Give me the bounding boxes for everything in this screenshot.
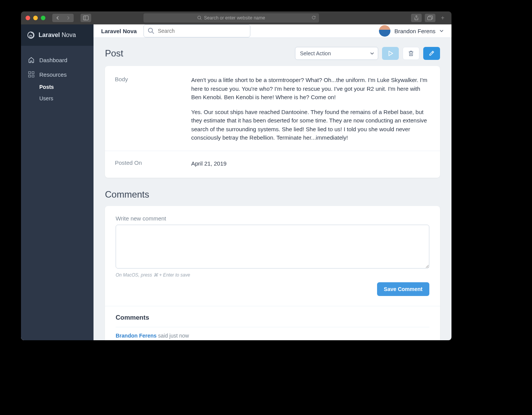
main: Laravel Nova Brandon Ferens Post: [94, 24, 451, 340]
comment-form-label: Write new comment: [116, 215, 429, 222]
body-paragraph: Aren't you a little short to be a stormt…: [191, 76, 430, 102]
comment-author[interactable]: Brandon Ferens: [116, 333, 156, 339]
sidebar-header[interactable]: Laravel Nova: [21, 24, 94, 46]
nav-buttons: [52, 14, 74, 22]
svg-point-2: [198, 16, 201, 19]
post-detail-card: Body Aren't you a little short to be a s…: [105, 66, 440, 178]
run-action-button[interactable]: [382, 47, 399, 60]
search-icon: [148, 27, 155, 34]
svg-point-10: [148, 28, 153, 32]
sidebar-sub-item-posts[interactable]: Posts: [39, 82, 94, 92]
comments-list-heading: Comments: [116, 314, 429, 322]
grid-icon: [28, 71, 35, 78]
chevron-right-icon: [66, 16, 70, 20]
detail-value-posted-on: April 21, 2019: [191, 159, 430, 168]
browser-chrome: Search or enter website name +: [21, 11, 451, 24]
comment-textarea[interactable]: [116, 225, 429, 269]
share-icon: [414, 15, 419, 21]
close-window-button[interactable]: [26, 16, 30, 20]
play-icon: [387, 50, 393, 56]
divider: [116, 327, 429, 327]
avatar: [379, 25, 390, 37]
body-paragraph: Yes. Our scout ships have reached Dantoo…: [191, 108, 430, 142]
user-menu[interactable]: Brandon Ferens: [379, 25, 444, 37]
svg-line-3: [200, 19, 202, 20]
comments-card: Write new comment On MacOS, press ⌘ + En…: [105, 206, 440, 340]
svg-rect-4: [427, 17, 431, 20]
detail-label: Posted On: [115, 159, 191, 168]
topbar: Laravel Nova Brandon Ferens: [94, 24, 451, 38]
edit-button[interactable]: [423, 47, 440, 60]
search-input[interactable]: [158, 28, 246, 34]
tabs-button[interactable]: [425, 14, 435, 22]
sidebar: Laravel Nova Dashboard Resources Posts U…: [21, 24, 94, 340]
svg-rect-7: [32, 72, 34, 74]
sidebar-sub-item-users[interactable]: Users: [39, 93, 94, 104]
trash-icon: [408, 50, 414, 56]
sidebar-item-label: Resources: [39, 71, 67, 78]
url-bar[interactable]: Search or enter website name: [143, 13, 319, 23]
select-action-wrap: Select Action: [295, 47, 378, 60]
share-button[interactable]: [411, 14, 422, 22]
home-icon: [28, 56, 35, 63]
window-controls: [26, 16, 45, 20]
browser-window: Search or enter website name + Laravel N…: [21, 11, 451, 340]
svg-rect-9: [32, 75, 34, 77]
username: Brandon Ferens: [394, 28, 435, 34]
chevron-left-icon: [56, 16, 60, 20]
sidebar-nav: Dashboard Resources Posts Users: [21, 46, 94, 111]
svg-rect-6: [29, 72, 31, 74]
svg-rect-0: [84, 16, 89, 20]
comment-hint: On MacOS, press ⌘ + Enter to save: [116, 272, 429, 278]
search-icon: [197, 16, 202, 20]
sidebar-icon: [83, 16, 89, 20]
select-action[interactable]: Select Action: [295, 47, 378, 60]
minimize-window-button[interactable]: [33, 16, 38, 20]
edit-icon: [429, 50, 435, 56]
divider: [105, 306, 440, 306]
chrome-right: +: [411, 14, 447, 22]
show-sidebar-button[interactable]: [81, 14, 91, 22]
maximize-window-button[interactable]: [41, 16, 45, 20]
reload-icon: [311, 15, 316, 20]
detail-label: Body: [115, 76, 191, 142]
comment-meta: Brandon Ferens said just now: [116, 333, 429, 339]
sidebar-item-label: Dashboard: [39, 57, 67, 63]
delete-button[interactable]: [403, 47, 419, 60]
forward-button[interactable]: [63, 14, 74, 22]
detail-row-posted-on: Posted On April 21, 2019: [105, 151, 440, 177]
new-tab-button[interactable]: +: [438, 14, 447, 22]
sidebar-item-dashboard[interactable]: Dashboard: [21, 53, 94, 67]
svg-rect-8: [29, 75, 31, 77]
comment-item: Brandon Ferens said just now This is a g…: [116, 333, 429, 340]
page-header: Post Select Action: [105, 47, 440, 60]
detail-value-body: Aren't you a little short to be a stormt…: [191, 76, 430, 142]
search-box: [143, 24, 250, 37]
topbar-title: Laravel Nova: [101, 28, 137, 34]
back-button[interactable]: [52, 14, 63, 22]
tabs-icon: [427, 16, 433, 20]
comment-time: said just now: [158, 333, 189, 339]
brand: Laravel Nova: [39, 32, 76, 39]
comments-section-title: Comments: [105, 189, 440, 200]
sidebar-item-resources[interactable]: Resources: [21, 67, 94, 82]
page-actions: Select Action: [295, 47, 440, 60]
svg-line-11: [152, 32, 154, 34]
form-actions: Save Comment: [116, 282, 429, 296]
reload-button[interactable]: [311, 15, 316, 21]
detail-row-body: Body Aren't you a little short to be a s…: [105, 68, 440, 151]
content: Post Select Action: [94, 38, 451, 340]
save-comment-button[interactable]: Save Comment: [377, 282, 429, 296]
page-title: Post: [105, 48, 123, 59]
app: Laravel Nova Dashboard Resources Posts U…: [21, 24, 451, 340]
url-placeholder: Search or enter website name: [204, 15, 265, 21]
sidebar-sub-items: Posts Users: [21, 82, 94, 104]
chevron-down-icon: [439, 29, 444, 33]
nova-logo-icon: [27, 31, 35, 39]
